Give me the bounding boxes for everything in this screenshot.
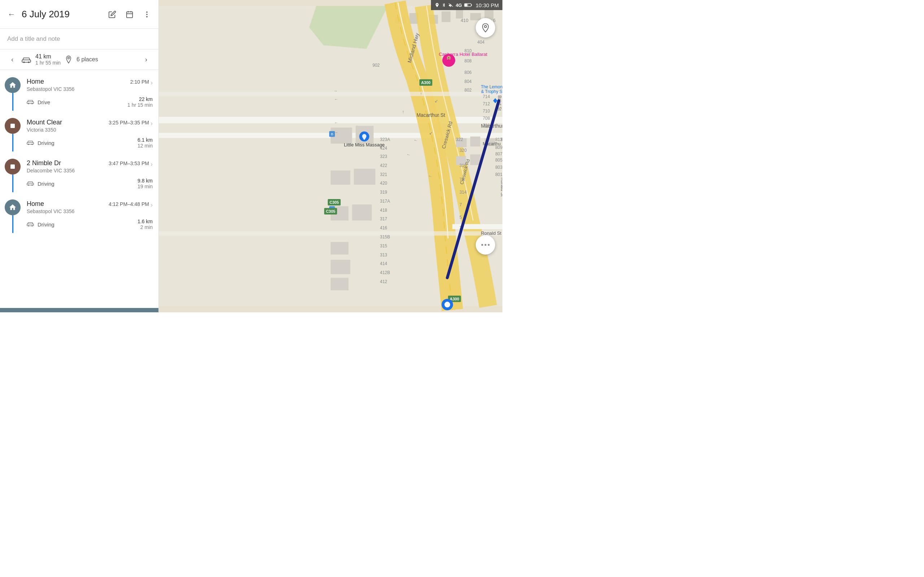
place-time-3: 3:47 PM–3:53 PM — [109, 161, 149, 166]
svg-rect-54 — [470, 136, 480, 147]
bluetooth-icon — [442, 3, 446, 7]
trip-info: 41 km 1 hr 55 min 6 places — [22, 53, 137, 66]
trip-duration: 1 hr 55 min — [36, 60, 61, 66]
location-icon — [65, 56, 72, 63]
svg-text:714: 714 — [483, 94, 490, 99]
place-row-2[interactable]: Mount Clear Victoria 3350 3:25 PM–3:35 P… — [27, 111, 155, 134]
svg-text:412: 412 — [380, 279, 387, 284]
drive-time-4: 2 min — [137, 224, 153, 230]
svg-text:314: 314 — [459, 190, 467, 195]
map-more-button[interactable] — [476, 235, 495, 255]
map-area[interactable]: 4G 10:30 PM — [159, 0, 502, 312]
svg-rect-42 — [159, 231, 502, 235]
svg-text:313: 313 — [380, 253, 387, 258]
svg-point-9 — [28, 61, 29, 63]
svg-point-17 — [31, 144, 32, 145]
svg-point-20 — [28, 185, 29, 186]
svg-text:404: 404 — [478, 40, 485, 45]
svg-rect-14 — [10, 124, 15, 128]
svg-point-23 — [28, 226, 29, 226]
calendar-button[interactable] — [122, 7, 137, 22]
svg-point-12 — [28, 103, 29, 104]
mute-icon — [448, 3, 453, 7]
svg-rect-28 — [465, 4, 467, 6]
svg-text:317: 317 — [380, 216, 387, 221]
svg-text:C305: C305 — [326, 209, 335, 213]
svg-text:414: 414 — [380, 261, 387, 266]
svg-point-8 — [23, 61, 24, 63]
svg-text:804: 804 — [465, 79, 472, 84]
drive-car-icon-3 — [27, 181, 34, 187]
drive-time-1: 1 hr 15 min — [128, 102, 153, 108]
svg-text:322: 322 — [456, 137, 463, 142]
next-trip-button[interactable]: › — [140, 53, 153, 66]
prev-trip-button[interactable]: ‹ — [6, 53, 19, 66]
note-area[interactable]: Add a title and note — [0, 29, 158, 49]
svg-text:410: 410 — [460, 18, 468, 23]
svg-text:806: 806 — [465, 70, 472, 75]
svg-text:902: 902 — [373, 63, 380, 68]
svg-text:708: 708 — [483, 116, 490, 121]
svg-point-154 — [481, 244, 483, 246]
drive-row-1: drive 22 km 1 hr 15 min — [27, 93, 155, 111]
current-time: 10:30 PM — [476, 2, 499, 8]
svg-point-156 — [488, 244, 490, 246]
back-button[interactable]: ← — [4, 7, 19, 22]
svg-point-6 — [146, 16, 148, 17]
drive-label-1: drive — [37, 99, 124, 105]
svg-text:801: 801 — [495, 172, 502, 177]
svg-text:710: 710 — [483, 108, 490, 114]
place-row-3[interactable]: 2 Nimble Dr Delacombe VIC 3356 3:47 PM–3… — [27, 152, 155, 175]
svg-text:803: 803 — [495, 165, 502, 170]
place-row-4[interactable]: Home Sebastopol VIC 3356 4:12 PM–4:48 PM… — [27, 192, 155, 216]
svg-point-24 — [31, 226, 32, 226]
left-panel: ← 6 July 2019 Add a title and note ‹ — [0, 0, 159, 312]
timeline-entry-2: Mount Clear Victoria 3350 3:25 PM–3:35 P… — [0, 111, 158, 152]
svg-rect-41 — [159, 92, 502, 96]
svg-text:424: 424 — [380, 146, 387, 151]
drive-label-3: Driving — [37, 181, 134, 187]
more-options-button[interactable] — [140, 7, 154, 22]
place-time-2: 3:25 PM–3:35 PM — [109, 120, 149, 126]
svg-text:418: 418 — [380, 208, 387, 213]
svg-text:↑: ↑ — [420, 91, 422, 96]
home-icon-1 — [5, 77, 21, 93]
svg-text:↓: ↓ — [438, 113, 440, 118]
header-icons — [105, 7, 154, 22]
svg-point-16 — [28, 144, 29, 145]
chevron-icon-2: › — [150, 120, 153, 127]
svg-rect-35 — [456, 10, 463, 18]
timeline-line-2 — [12, 134, 13, 152]
svg-rect-50 — [331, 242, 349, 255]
timeline-line-1 — [12, 93, 13, 111]
svg-point-13 — [31, 103, 32, 104]
car-icon — [22, 56, 31, 63]
note-placeholder: Add a title and note — [7, 35, 60, 42]
svg-text:↙: ↙ — [429, 131, 433, 135]
svg-text:416: 416 — [380, 226, 387, 230]
drive-dist-3: 9.8 km — [137, 178, 153, 184]
timeline: Home Sebastopol VIC 3356 2:10 PM › drive — [0, 70, 158, 308]
place-row-home-1[interactable]: Home Sebastopol VIC 3356 2:10 PM › — [27, 70, 155, 93]
timeline-entry-4: Home Sebastopol VIC 3356 4:12 PM–4:48 PM… — [0, 192, 158, 233]
svg-rect-27 — [471, 4, 472, 6]
status-bar: 4G 10:30 PM — [431, 0, 502, 10]
drive-car-icon-1 — [27, 99, 34, 105]
map-location-button[interactable] — [476, 18, 495, 37]
chevron-icon-4: › — [150, 201, 153, 209]
svg-text:←: ← — [334, 97, 338, 102]
svg-text:→: → — [333, 89, 338, 93]
svg-text:317A: 317A — [380, 199, 390, 204]
svg-text:A300: A300 — [421, 81, 431, 85]
svg-text:807: 807 — [495, 152, 502, 156]
svg-text:422: 422 — [380, 163, 387, 168]
stop-icon-2 — [5, 118, 21, 134]
drive-time-2: 12 min — [137, 143, 153, 148]
trip-places: 6 places — [76, 56, 98, 63]
battery-icon — [464, 3, 472, 7]
chevron-icon-1: › — [150, 79, 153, 87]
page-title: 6 July 2019 — [22, 9, 105, 20]
drive-car-icon-4 — [27, 221, 34, 227]
edit-button[interactable] — [105, 7, 120, 22]
svg-point-155 — [485, 244, 486, 246]
